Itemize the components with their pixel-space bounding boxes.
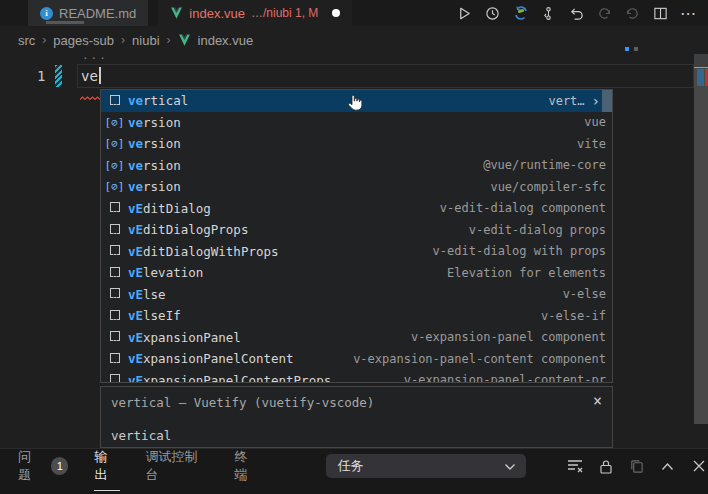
- suggest-item-vexpansionpanel[interactable]: vExpansionPanel v-expansion-panel compon…: [101, 327, 612, 349]
- gutter-modified-indicator[interactable]: [55, 65, 62, 87]
- panel-tab-bar: 问题 1 输出 调试控制台 终端 任务: [0, 449, 708, 483]
- nav-back-icon: [595, 4, 614, 23]
- suggest-detail: v-expansion-panel-content component: [343, 352, 606, 366]
- tab-index-label: index.vue: [189, 6, 245, 21]
- suggest-item-velse[interactable]: vElse v-else: [101, 284, 612, 306]
- suggest-item-version[interactable]: [⊘] version vite: [101, 133, 612, 155]
- suggest-item-veditdialog[interactable]: vEditDialog v-edit-dialog component: [101, 198, 612, 220]
- git-history-icon[interactable]: [539, 4, 558, 23]
- vue-icon: [178, 34, 191, 46]
- modified-dot-icon: [625, 47, 629, 51]
- scrollbar-divider: [694, 67, 708, 68]
- panel-actions: [566, 457, 708, 475]
- breadcrumb-pages-sub[interactable]: pages-sub: [53, 33, 114, 48]
- panel-tab-label: 调试控制台: [146, 448, 209, 484]
- suggest-detail: v-edit-dialog with props: [423, 244, 606, 258]
- suggest-detail: vert…: [538, 94, 584, 108]
- code-line[interactable]: ve: [81, 67, 101, 84]
- info-file-icon: i: [40, 7, 53, 20]
- suggest-detail: v-else-if: [531, 309, 606, 323]
- scrollbar-cap: [694, 54, 708, 67]
- clear-output-icon[interactable]: [566, 457, 584, 475]
- breadcrumb-src[interactable]: src: [18, 33, 35, 48]
- suggest-item-version[interactable]: [⊘] version vue: [101, 112, 612, 134]
- current-line-highlight: [77, 64, 694, 88]
- unsaved-dot-icon[interactable]: [332, 9, 340, 17]
- snippet-icon: [106, 204, 123, 212]
- discard-icon[interactable]: [567, 4, 586, 23]
- sync-extension-icon[interactable]: [511, 4, 530, 23]
- tab-readme-label: README.md: [59, 6, 136, 21]
- problems-count-badge: 1: [51, 457, 68, 475]
- chevron-right-icon: ›: [121, 33, 125, 47]
- suggest-detail: vite: [567, 137, 606, 151]
- suggest-detail: v-edit-dialog component: [430, 201, 606, 215]
- chevron-down-icon: [504, 459, 516, 474]
- maximize-panel-icon[interactable]: [659, 457, 677, 475]
- timeline-icon[interactable]: [483, 4, 502, 23]
- suggest-item-velevation[interactable]: vElevation Elevation for elements: [101, 262, 612, 284]
- code-text: ve: [81, 68, 98, 84]
- snippet-icon: [106, 226, 123, 234]
- snippet-icon: [106, 355, 123, 363]
- tab-scrollbar[interactable]: [46, 21, 84, 24]
- thumb-dot-icon: [634, 47, 638, 51]
- snippet-icon: [106, 333, 123, 341]
- suggest-detail: v-expansion-panel-content-pr: [394, 373, 606, 383]
- snippet-icon: [106, 97, 123, 105]
- snippet-icon: [106, 312, 123, 320]
- output-channel-value: 任务: [338, 457, 364, 475]
- suggest-item-veditdialogwithprops[interactable]: vEditDialogWithProps v-edit-dialog with …: [101, 241, 612, 263]
- expand-docs-icon[interactable]: ›: [592, 93, 600, 109]
- close-icon[interactable]: ×: [593, 392, 602, 410]
- panel-tab-output[interactable]: 输出: [94, 442, 119, 491]
- split-editor-icon[interactable]: [651, 4, 670, 23]
- suggest-item-veditdialogprops[interactable]: vEditDialogProps v-edit-dialog props: [101, 219, 612, 241]
- suggest-item-version[interactable]: [⊘] version vue/compiler-sfc: [101, 176, 612, 198]
- suggest-item-velseif[interactable]: vElseIf v-else-if: [101, 305, 612, 327]
- snippet-icon: [106, 290, 123, 298]
- suggest-detail: Elevation for elements: [437, 266, 606, 280]
- suggest-widget: vertical vert… › [⊘] version vue [⊘] ver…: [100, 89, 613, 383]
- panel-tab-label: 终端: [235, 448, 260, 484]
- editor-pane[interactable]: ··· 1 ve vertical vert… › [⊘] version vu…: [0, 54, 708, 448]
- property-icon: [⊘]: [106, 116, 123, 129]
- panel-tab-label: 输出: [94, 448, 119, 484]
- suggest-detail: vue: [574, 115, 606, 129]
- editor-actions: ⋯: [441, 0, 708, 26]
- property-icon: [⊘]: [106, 137, 123, 150]
- breadcrumb-niubi[interactable]: niubi: [132, 33, 159, 48]
- panel-tab-terminal[interactable]: 终端: [235, 442, 260, 490]
- run-icon[interactable]: [455, 4, 474, 23]
- suggest-detail: vue/compiler-sfc: [480, 180, 606, 194]
- suggest-detail: v-else: [553, 287, 606, 301]
- panel-tab-debug-console[interactable]: 调试控制台: [146, 442, 209, 490]
- breadcrumb: src › pages-sub › niubi › index.vue: [0, 26, 708, 54]
- error-squiggle: [80, 86, 100, 105]
- tab-readme[interactable]: i README.md: [28, 0, 148, 26]
- editor-tab-bar: i README.md index.vue …/niubi 1, M: [0, 0, 708, 26]
- suggest-detail: @vue/runtime-core: [473, 158, 606, 172]
- breadcrumb-file[interactable]: index.vue: [198, 33, 254, 48]
- line-number: 1: [37, 68, 45, 84]
- suggest-docs-widget: vertical — Vuetify (vuetify-vscode) × ve…: [100, 386, 613, 448]
- panel-tab-problems[interactable]: 问题 1: [18, 442, 68, 490]
- lock-icon[interactable]: [597, 457, 615, 475]
- tab-index-vue[interactable]: index.vue …/niubi 1, M: [158, 0, 352, 26]
- more-actions-icon[interactable]: ⋯: [679, 4, 698, 23]
- suggest-item-vexpansionpanelcontent[interactable]: vExpansionPanelContent v-expansion-panel…: [101, 348, 612, 370]
- docs-title: vertical — Vuetify (vuetify-vscode): [111, 395, 602, 410]
- docs-body: vertical: [111, 428, 602, 443]
- suggest-scrollbar-thumb[interactable]: [602, 90, 612, 112]
- suggest-item-version[interactable]: [⊘] version @vue/runtime-core: [101, 155, 612, 177]
- editor-scrollbar[interactable]: [694, 54, 708, 424]
- tab-index-decoration: …/niubi 1, M: [251, 6, 318, 20]
- chevron-right-icon: ›: [167, 33, 171, 47]
- chevron-right-icon: ›: [42, 33, 46, 47]
- suggest-item-vertical[interactable]: vertical vert… ›: [101, 90, 612, 112]
- close-panel-icon[interactable]: [690, 457, 708, 475]
- output-channel-select[interactable]: 任务: [326, 454, 526, 478]
- suggest-detail: v-edit-dialog props: [459, 223, 606, 237]
- snippet-icon: [106, 376, 123, 383]
- suggest-item-vexpansionpanelcontentprops[interactable]: vExpansionPanelContentProps v-expansion-…: [101, 370, 612, 384]
